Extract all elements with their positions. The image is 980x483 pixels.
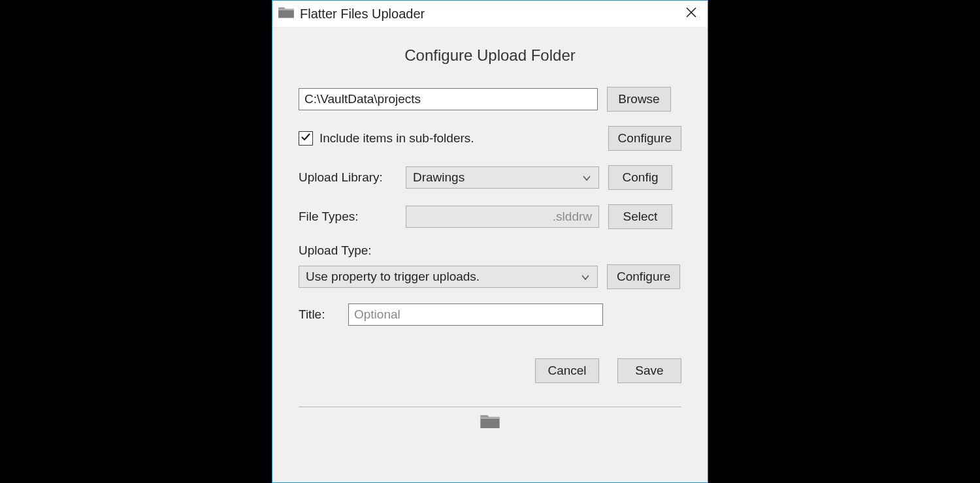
title-label: Title: xyxy=(299,307,339,322)
row-folder-path: Browse xyxy=(299,87,681,112)
upload-type-value: Use property to trigger uploads. xyxy=(306,270,576,284)
folder-icon xyxy=(278,5,295,22)
check-icon xyxy=(301,131,311,146)
row-include-subfolders: Include items in sub-folders. Configure xyxy=(299,126,681,151)
row-file-types: File Types: .slddrw Select xyxy=(299,204,681,229)
library-config-button[interactable]: Config xyxy=(608,165,672,190)
save-button[interactable]: Save xyxy=(617,358,681,383)
file-types-label: File Types: xyxy=(299,210,397,224)
row-upload-type: Use property to trigger uploads. Configu… xyxy=(299,264,681,289)
titlebar: Flatter Files Uploader xyxy=(272,1,708,27)
chevron-down-icon xyxy=(581,172,592,183)
row-actions: Cancel Save xyxy=(299,358,681,383)
upload-library-dropdown[interactable]: Drawings xyxy=(406,166,599,189)
row-upload-type-label: Upload Type: xyxy=(299,243,681,258)
row-upload-library: Upload Library: Drawings Config xyxy=(299,165,681,190)
include-subfolders-checkbox[interactable] xyxy=(299,131,313,146)
folder-icon xyxy=(480,413,500,429)
upload-library-value: Drawings xyxy=(413,170,578,185)
file-types-value: .slddrw xyxy=(553,210,592,224)
close-button[interactable] xyxy=(675,1,708,27)
file-types-select-button[interactable]: Select xyxy=(608,204,672,229)
divider xyxy=(299,407,681,407)
window-title: Flatter Files Uploader xyxy=(300,7,675,22)
cancel-button[interactable]: Cancel xyxy=(535,358,599,383)
dialog-content: Configure Upload Folder Browse Include i… xyxy=(272,27,708,482)
configure-subfolders-button[interactable]: Configure xyxy=(608,126,681,151)
close-icon xyxy=(686,7,696,21)
upload-library-label: Upload Library: xyxy=(299,170,397,185)
dialog-window: Flatter Files Uploader Configure Upload … xyxy=(272,0,708,483)
title-input[interactable] xyxy=(348,304,603,326)
browse-button[interactable]: Browse xyxy=(607,87,671,112)
file-types-display: .slddrw xyxy=(406,206,599,228)
row-title: Title: xyxy=(299,304,681,326)
chevron-down-icon xyxy=(580,272,591,282)
upload-type-dropdown[interactable]: Use property to trigger uploads. xyxy=(299,266,598,288)
upload-type-label: Upload Type: xyxy=(299,243,372,258)
folder-path-input[interactable] xyxy=(299,88,598,110)
include-subfolders-label: Include items in sub-folders. xyxy=(319,131,474,146)
dialog-heading: Configure Upload Folder xyxy=(299,46,681,65)
footer-icon-wrap xyxy=(299,413,681,432)
upload-type-configure-button[interactable]: Configure xyxy=(607,264,680,289)
